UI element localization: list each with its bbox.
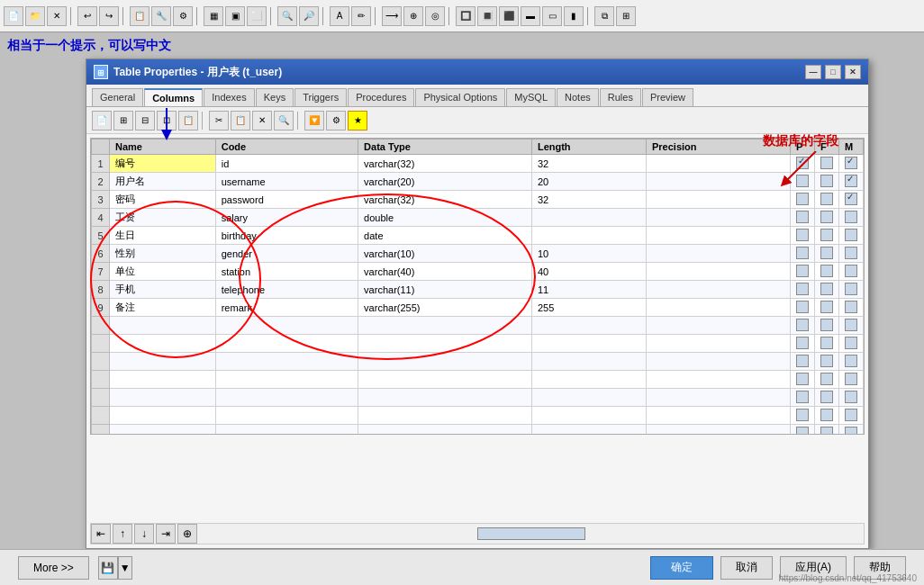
cell-precision[interactable] — [646, 263, 790, 281]
toolbar-btn-17[interactable]: ◎ — [425, 6, 445, 26]
table-row[interactable]: 5生日birthdaydate — [92, 227, 864, 245]
close-button[interactable]: ✕ — [845, 65, 861, 79]
nav-add[interactable]: ⊕ — [177, 524, 197, 544]
minimize-button[interactable]: — — [805, 65, 821, 79]
cell-length[interactable]: 11 — [531, 281, 646, 299]
tab-notes[interactable]: Notes — [557, 88, 599, 106]
toolbar-btn-8[interactable]: ▦ — [204, 6, 223, 26]
cell-mandatory[interactable] — [839, 227, 864, 245]
delete-btn[interactable]: ✕ — [252, 111, 272, 130]
cell-name[interactable]: 单位 — [110, 263, 216, 281]
cell-code[interactable]: username — [215, 173, 358, 191]
cell-datatype[interactable]: varchar(32) — [358, 155, 532, 173]
cell-precision[interactable] — [646, 281, 790, 299]
cell-mandatory[interactable] — [839, 173, 864, 191]
toolbar-btn-16[interactable]: ⊕ — [403, 6, 423, 26]
cell-precision[interactable] — [646, 155, 790, 173]
grid-btn[interactable]: ⊟ — [135, 111, 155, 130]
cell-name[interactable]: 编号 — [110, 155, 216, 173]
toolbar-btn-22[interactable]: ▭ — [542, 6, 562, 26]
toolbar-btn-12[interactable]: 🔎 — [299, 6, 319, 26]
cell-foreign-key[interactable] — [815, 281, 839, 299]
cell-mandatory[interactable] — [839, 245, 864, 263]
tab-procedures[interactable]: Procedures — [348, 88, 414, 106]
cell-foreign-key[interactable] — [815, 155, 839, 173]
cell-mandatory[interactable] — [839, 299, 864, 317]
table-row[interactable]: 3密码passwordvarchar(32)32 — [92, 191, 864, 209]
columns-table-container[interactable]: Name Code Data Type Length Precision P F… — [90, 138, 865, 435]
col-header-datatype[interactable]: Data Type — [358, 140, 532, 155]
table-row[interactable]: 8手机telephonevarchar(11)11 — [92, 281, 864, 299]
table-row[interactable]: 9备注remarkvarchar(255)255 — [92, 299, 864, 317]
cell-name[interactable]: 手机 — [110, 281, 216, 299]
horizontal-scrollbar[interactable] — [477, 527, 585, 540]
nav-down[interactable]: ↓ — [134, 524, 154, 544]
tab-preview[interactable]: Preview — [642, 88, 693, 106]
find-btn[interactable]: 🔍 — [274, 111, 294, 130]
cell-foreign-key[interactable] — [815, 191, 839, 209]
toolbar-btn-24[interactable]: ⧉ — [594, 6, 614, 26]
cell-code[interactable]: password — [215, 191, 358, 209]
toolbar-btn-11[interactable]: 🔍 — [277, 6, 297, 26]
cell-foreign-key[interactable] — [815, 173, 839, 191]
cell-mandatory[interactable] — [839, 155, 864, 173]
toolbar-btn-21[interactable]: ▬ — [521, 6, 540, 26]
highlight-btn[interactable]: ★ — [348, 111, 367, 130]
tab-indexes[interactable]: Indexes — [204, 88, 255, 106]
cell-length[interactable]: 32 — [531, 191, 646, 209]
cell-foreign-key[interactable] — [815, 299, 839, 317]
toolbar-btn-10[interactable]: ⬜ — [247, 6, 267, 26]
toolbar-btn-13[interactable]: A — [330, 6, 349, 26]
cell-primary-key[interactable] — [791, 173, 815, 191]
cell-precision[interactable] — [646, 173, 790, 191]
cell-length[interactable]: 32 — [531, 155, 646, 173]
cell-length[interactable]: 20 — [531, 173, 646, 191]
cell-code[interactable]: station — [215, 263, 358, 281]
col-header-code[interactable]: Code — [215, 140, 358, 155]
col-header-m[interactable]: M — [839, 140, 864, 155]
cell-name[interactable]: 用户名 — [110, 173, 216, 191]
table-row[interactable]: 4工资salarydouble — [92, 209, 864, 227]
save-dropdown[interactable]: 💾 ▼ — [98, 556, 132, 580]
toolbar-btn-6[interactable]: 🔧 — [151, 6, 171, 26]
cell-mandatory[interactable] — [839, 263, 864, 281]
add-column-btn[interactable]: 📄 — [92, 111, 112, 130]
cell-datatype[interactable]: varchar(40) — [358, 263, 532, 281]
table-row[interactable]: 7单位stationvarchar(40)40 — [92, 263, 864, 281]
cell-name[interactable]: 密码 — [110, 191, 216, 209]
cell-datatype[interactable]: varchar(11) — [358, 281, 532, 299]
cell-primary-key[interactable] — [791, 281, 815, 299]
cell-name[interactable]: 备注 — [110, 299, 216, 317]
cell-mandatory[interactable] — [839, 209, 864, 227]
maximize-button[interactable]: □ — [825, 65, 841, 79]
cell-precision[interactable] — [646, 245, 790, 263]
nav-last[interactable]: ⇥ — [156, 524, 176, 544]
cell-code[interactable]: birthday — [215, 227, 358, 245]
insert-column-btn[interactable]: ⊞ — [113, 111, 133, 130]
toolbar-btn-7[interactable]: ⚙ — [173, 6, 193, 26]
toolbar-btn-2[interactable]: 📁 — [25, 6, 45, 26]
cell-primary-key[interactable] — [791, 155, 815, 173]
paste-btn[interactable]: 📋 — [231, 111, 250, 130]
toolbar-btn-9[interactable]: ▣ — [225, 6, 245, 26]
cell-datatype[interactable]: double — [358, 209, 532, 227]
cell-datatype[interactable]: varchar(255) — [358, 299, 532, 317]
cell-name[interactable]: 性别 — [110, 245, 216, 263]
cell-primary-key[interactable] — [791, 263, 815, 281]
tab-keys[interactable]: Keys — [256, 88, 294, 106]
cut-btn[interactable]: ✂ — [209, 111, 229, 130]
table-row[interactable]: 6性别gendervarchar(10)10 — [92, 245, 864, 263]
tab-physical-options[interactable]: Physical Options — [415, 88, 505, 106]
cell-length[interactable]: 255 — [531, 299, 646, 317]
save-icon-btn[interactable]: 💾 — [98, 556, 118, 580]
cell-precision[interactable] — [646, 299, 790, 317]
cell-mandatory[interactable] — [839, 281, 864, 299]
more-button[interactable]: More >> — [18, 556, 89, 580]
cell-mandatory[interactable] — [839, 191, 864, 209]
toolbar-btn-redo[interactable]: ↪ — [99, 6, 119, 26]
toolbar-btn-19[interactable]: 🔳 — [477, 6, 497, 26]
tab-triggers[interactable]: Triggers — [294, 88, 347, 106]
cell-precision[interactable] — [646, 227, 790, 245]
toolbar-btn-23[interactable]: ▮ — [564, 6, 584, 26]
cell-primary-key[interactable] — [791, 227, 815, 245]
